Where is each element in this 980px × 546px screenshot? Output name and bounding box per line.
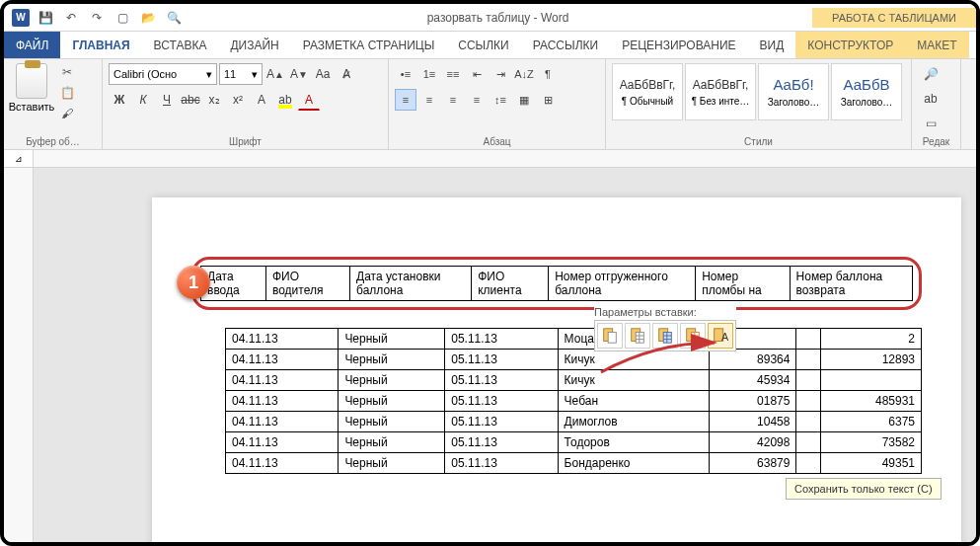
select-button[interactable]: ▭	[920, 113, 942, 134]
style-heading-2[interactable]: АаБбВ Заголово…	[831, 63, 902, 120]
align-left-button[interactable]: ≡	[395, 89, 416, 111]
table-row[interactable]: 04.11.13Черный05.11.13Димоглов104586375	[226, 412, 922, 432]
table-cell[interactable]: 05.11.13	[445, 453, 558, 474]
table-cell[interactable]: 04.11.13	[226, 370, 339, 391]
header-cell[interactable]: Дата установки баллона	[350, 267, 472, 301]
underline-button[interactable]: Ч	[156, 89, 178, 111]
font-color-button[interactable]: A	[298, 89, 320, 111]
table-cell[interactable]: Кичук	[558, 350, 709, 370]
table-cell[interactable]: 485931	[821, 391, 922, 412]
table-cell[interactable]: 01875	[709, 391, 796, 412]
table-cell[interactable]: 05.11.13	[445, 370, 558, 391]
table-cell[interactable]	[796, 412, 821, 432]
font-size-combo[interactable]: 11▾	[219, 63, 263, 85]
table-cell[interactable]: 10458	[709, 412, 796, 432]
table-row[interactable]: 04.11.13Черный05.11.13Кичук45934	[226, 370, 922, 391]
shrink-font-icon[interactable]: A▼	[288, 63, 310, 85]
header-cell[interactable]: Номер баллона возврата	[790, 267, 912, 301]
table-cell[interactable]: 04.11.13	[226, 432, 339, 453]
tab-mailings[interactable]: РАССЫЛКИ	[521, 32, 610, 58]
align-center-button[interactable]: ≡	[418, 89, 440, 111]
horizontal-ruler[interactable]: ⊿	[4, 150, 976, 168]
table-row[interactable]: 04.11.13Черный05.11.13Кичук8936412893	[226, 350, 922, 370]
table-cell[interactable]	[796, 350, 821, 370]
new-icon[interactable]: ▢	[113, 8, 132, 28]
table-cell[interactable]: Тодоров	[558, 432, 709, 453]
tab-design[interactable]: ДИЗАЙН	[218, 32, 290, 58]
style-normal[interactable]: АаБбВвГг, ¶ Обычный	[612, 63, 683, 120]
replace-button[interactable]: ab	[920, 88, 942, 110]
header-cell[interactable]: Дата ввода	[201, 267, 266, 301]
save-icon[interactable]: 💾	[36, 8, 55, 28]
redo-icon[interactable]: ↷	[87, 8, 107, 28]
table-cell[interactable]: Димоглов	[558, 412, 709, 432]
tab-home[interactable]: ГЛАВНАЯ	[60, 32, 141, 58]
header-cell[interactable]: ФИО клиента	[472, 267, 549, 301]
table-cell[interactable]: 04.11.13	[226, 329, 339, 350]
header-cell[interactable]: ФИО водителя	[265, 267, 349, 301]
bold-button[interactable]: Ж	[109, 89, 130, 111]
increase-indent-button[interactable]: ⇥	[490, 63, 511, 85]
table-cell[interactable]: 73582	[821, 432, 922, 453]
copy-icon[interactable]: 📋	[57, 84, 77, 102]
table-cell[interactable]: Черный	[339, 453, 445, 474]
cut-icon[interactable]: ✂	[57, 63, 77, 81]
table-cell[interactable]: Черный	[339, 391, 445, 412]
tab-references[interactable]: ССЫЛКИ	[446, 32, 520, 58]
tab-view[interactable]: ВИД	[748, 32, 796, 58]
table-cell[interactable]: 63879	[709, 453, 796, 474]
table-row[interactable]: 04.11.13Черный05.11.13Моцанская2	[226, 329, 922, 350]
change-case-icon[interactable]: Aa	[312, 63, 334, 85]
format-painter-icon[interactable]: 🖌	[57, 105, 77, 122]
tab-constructor[interactable]: КОНСТРУКТОР	[795, 32, 905, 58]
table-cell[interactable]	[796, 329, 821, 350]
table-cell[interactable]: Черный	[339, 329, 445, 350]
show-marks-button[interactable]: ¶	[537, 63, 559, 85]
data-table[interactable]: 04.11.13Черный05.11.13Моцанская204.11.13…	[225, 328, 922, 474]
style-no-spacing[interactable]: АаБбВвГг, ¶ Без инте…	[685, 63, 756, 120]
find-button[interactable]: 🔎	[920, 63, 942, 85]
paste-option-nest-table[interactable]	[680, 323, 706, 349]
numbering-button[interactable]: 1≡	[418, 63, 440, 85]
align-right-button[interactable]: ≡	[442, 89, 464, 111]
highlight-button[interactable]: ab	[274, 89, 296, 111]
tab-table-layout[interactable]: МАКЕТ	[905, 32, 968, 58]
table-cell[interactable]: Черный	[339, 370, 445, 391]
table-cell[interactable]: 04.11.13	[226, 453, 339, 474]
paste-option-keep-source[interactable]	[597, 323, 623, 349]
open-icon[interactable]: 📂	[138, 8, 158, 28]
bullets-button[interactable]: •≡	[395, 63, 416, 85]
table-cell[interactable]: 05.11.13	[445, 329, 558, 350]
table-cell[interactable]: Черный	[339, 412, 445, 432]
table-cell[interactable]: 49351	[821, 453, 922, 474]
sort-button[interactable]: A↓Z	[513, 63, 535, 85]
table-cell[interactable]: Кичук	[558, 370, 709, 391]
table-cell[interactable]: 45934	[709, 370, 796, 391]
style-heading-1[interactable]: АаБб! Заголово…	[758, 63, 829, 120]
table-cell[interactable]: 05.11.13	[445, 412, 558, 432]
table-cell[interactable]	[821, 370, 922, 391]
header-cell[interactable]: Номер пломбы на	[696, 267, 790, 301]
table-cell[interactable]	[796, 432, 821, 453]
table-cell[interactable]: Бондаренко	[558, 453, 709, 474]
superscript-button[interactable]: x²	[227, 89, 249, 111]
document-area[interactable]: 1 Дата вводаФИО водителяДата установки б…	[34, 168, 976, 542]
table-cell[interactable]: 05.11.13	[445, 391, 558, 412]
italic-button[interactable]: К	[132, 89, 154, 111]
tab-review[interactable]: РЕЦЕНЗИРОВАНИЕ	[610, 32, 747, 58]
table-cell[interactable]: Черный	[339, 432, 445, 453]
paste-option-merge[interactable]	[625, 323, 650, 349]
table-cell[interactable]: 05.11.13	[445, 350, 558, 370]
line-spacing-button[interactable]: ↕≡	[490, 89, 511, 111]
font-name-combo[interactable]: Calibri (Осно▾	[109, 63, 217, 85]
grow-font-icon[interactable]: A▲	[264, 63, 286, 85]
table-cell[interactable]	[796, 370, 821, 391]
table-cell[interactable]: 04.11.13	[226, 412, 339, 432]
multilevel-button[interactable]: ≡≡	[442, 63, 464, 85]
table-cell[interactable]: 04.11.13	[226, 350, 339, 370]
paste-option-table-style[interactable]	[652, 323, 678, 349]
table-row[interactable]: 04.11.13Черный05.11.13Тодоров4209873582	[226, 432, 922, 453]
tab-page-layout[interactable]: РАЗМЕТКА СТРАНИЦЫ	[291, 32, 447, 58]
header-cell[interactable]: Номер отгруженного баллона	[549, 267, 696, 301]
table-cell[interactable]: 42098	[709, 432, 796, 453]
